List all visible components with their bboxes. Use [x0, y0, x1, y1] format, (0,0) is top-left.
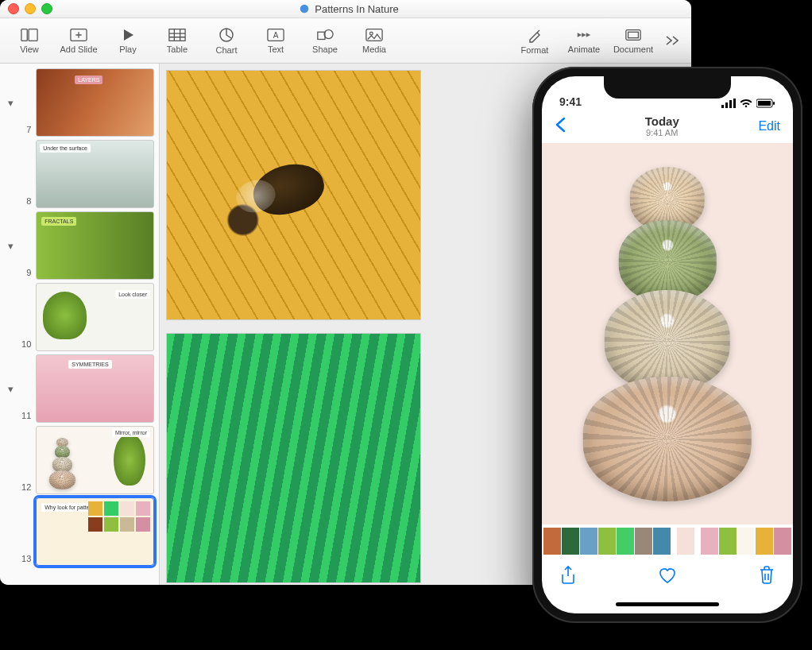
svg-rect-1 [21, 29, 27, 41]
photos-nav-title: Today 9:41 AM [645, 115, 679, 138]
zoom-window-button[interactable] [41, 3, 52, 14]
slide-thumbnail[interactable]: SYMMETRIES [36, 354, 154, 423]
toolbar-format[interactable]: Format [510, 18, 559, 63]
photo-scrubber[interactable] [542, 524, 793, 558]
svg-rect-2 [29, 29, 37, 41]
toolbar-document[interactable]: Document [609, 18, 658, 63]
toolbar-label: Shape [312, 44, 338, 54]
svg-rect-14 [721, 105, 724, 108]
svg-text:A: A [273, 30, 279, 39]
view-icon [21, 28, 38, 42]
svg-rect-19 [758, 101, 771, 106]
window-title: Patterns In Nature [52, 3, 645, 15]
slide-number: 8 [17, 196, 32, 208]
home-indicator[interactable] [542, 594, 793, 613]
slide-thumbnail[interactable]: LAYERS [36, 68, 154, 137]
back-button[interactable] [555, 117, 566, 136]
table-icon [168, 28, 186, 42]
photo-toolbar [542, 558, 793, 594]
slide-thumbnail[interactable]: Look closer [36, 283, 154, 351]
toolbar-animate[interactable]: Animate [559, 18, 609, 63]
toolbar-chart[interactable]: Chart [202, 18, 251, 63]
slide-navigator[interactable]: ▾ 7 LAYERS 8 Under the surface ▾ 9 [0, 64, 160, 585]
wifi-icon [740, 99, 752, 108]
canvas-image-fern[interactable] [166, 333, 421, 583]
slide-row[interactable]: ▾ 9 FRACTALS [0, 210, 159, 281]
toolbar-label: Text [268, 44, 284, 54]
slide-row[interactable]: 13 Why look for patterns? [0, 496, 159, 567]
trash-icon [758, 565, 775, 586]
play-icon [121, 28, 135, 42]
chevron-double-right-icon [664, 35, 680, 46]
slide-number: 12 [17, 482, 32, 494]
slide-number: 7 [17, 125, 32, 137]
toolbar-label: Add Slide [60, 44, 97, 54]
toolbar-shape[interactable]: Shape [300, 18, 350, 63]
svg-rect-17 [733, 99, 736, 108]
shape-icon [316, 28, 334, 42]
slide-thumbnail[interactable]: Mirror, mirror [36, 426, 154, 494]
toolbar-add-slide[interactable]: Add Slide [54, 18, 103, 63]
delete-button[interactable] [758, 565, 775, 588]
toolbar-label: Animate [568, 44, 600, 54]
share-icon [559, 565, 577, 586]
edit-button[interactable]: Edit [758, 119, 780, 133]
svg-point-0 [300, 5, 309, 14]
favorite-button[interactable] [657, 566, 678, 587]
disclosure-triangle[interactable]: ▾ [5, 240, 17, 252]
status-time: 9:41 [559, 95, 582, 108]
slide-row[interactable]: 12 Mirror, mirror [0, 424, 159, 496]
close-window-button[interactable] [8, 3, 19, 14]
chevron-left-icon [555, 117, 566, 133]
svg-rect-4 [169, 29, 185, 41]
keynote-doc-icon [299, 3, 310, 14]
animate-icon [575, 28, 593, 42]
svg-rect-13 [628, 32, 639, 37]
iphone-device: 9:41 Today 9:41 AM Edit [532, 67, 802, 623]
toolbar-label: View [20, 44, 39, 54]
svg-point-11 [370, 32, 373, 35]
media-icon [365, 28, 383, 42]
slide-row[interactable]: ▾ 11 SYMMETRIES [0, 353, 159, 424]
disclosure-triangle[interactable]: ▾ [5, 97, 17, 109]
minimize-window-button[interactable] [25, 3, 36, 14]
photos-nav-bar: Today 9:41 AM Edit [542, 110, 793, 143]
format-icon [527, 27, 543, 43]
disclosure-triangle[interactable]: ▾ [5, 383, 17, 395]
chart-icon [218, 27, 234, 43]
slide-thumbnail[interactable]: Under the surface [36, 140, 154, 208]
toolbar-view[interactable]: View [5, 18, 54, 63]
share-button[interactable] [559, 565, 577, 588]
toolbar-media[interactable]: Media [350, 18, 399, 63]
toolbar-label: Table [167, 44, 188, 54]
slide-thumbnail[interactable]: Why look for patterns? [36, 497, 154, 566]
toolbar-label: Media [362, 44, 386, 54]
slide-row[interactable]: 8 Under the surface [0, 138, 159, 210]
svg-rect-16 [729, 100, 732, 108]
toolbar-play[interactable]: Play [103, 18, 153, 63]
slide-number: 13 [17, 554, 32, 566]
iphone-notch [604, 76, 731, 99]
slide-number: 11 [17, 411, 32, 423]
add-slide-icon [70, 28, 87, 42]
traffic-lights [8, 3, 52, 14]
canvas-image-honeycomb[interactable] [166, 70, 421, 320]
toolbar-overflow[interactable] [658, 35, 686, 46]
svg-point-9 [324, 29, 333, 38]
toolbar-label: Format [521, 45, 549, 55]
text-icon: A [267, 28, 284, 42]
window-titlebar[interactable]: Patterns In Nature [0, 0, 691, 18]
slide-number: 10 [17, 339, 32, 351]
document-icon [624, 28, 642, 42]
slide-row[interactable]: 10 Look closer [0, 281, 159, 353]
svg-rect-15 [725, 103, 728, 108]
photo-viewer[interactable] [542, 143, 793, 524]
toolbar-text[interactable]: A Text [251, 18, 300, 63]
svg-rect-20 [773, 102, 775, 105]
slide-number: 9 [17, 268, 32, 280]
toolbar-label: Document [613, 44, 653, 54]
cellular-icon [721, 99, 736, 108]
slide-row[interactable]: ▾ 7 LAYERS [0, 67, 159, 138]
toolbar-table[interactable]: Table [153, 18, 202, 63]
slide-thumbnail[interactable]: FRACTALS [36, 211, 154, 280]
